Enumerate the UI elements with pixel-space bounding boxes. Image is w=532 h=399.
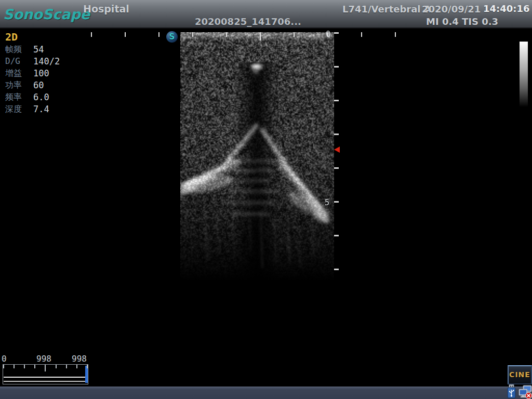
param-value: 60 (33, 80, 44, 90)
focus-marker-icon (334, 147, 340, 153)
ruler-tick (334, 235, 339, 236)
grayscale-map-bar (520, 42, 528, 107)
param-value: 54 (33, 44, 44, 55)
cine-tick (14, 365, 15, 368)
ruler-tick (361, 32, 362, 37)
depth-label-5: 5 (325, 198, 329, 207)
param-label: D/G (5, 56, 20, 66)
ruler-tick (226, 32, 227, 37)
system-date: 2020/09/21 (422, 4, 481, 15)
ruler-tick (334, 134, 339, 135)
exam-id: 20200825_141706... (195, 16, 301, 27)
ruler-tick (334, 201, 339, 203)
param-value: 140/2 (33, 56, 60, 66)
param-row-power: 功率 60 (0, 80, 88, 92)
cine-total-label: 998 (72, 354, 87, 364)
ruler-tick (125, 32, 126, 37)
cine-button[interactable]: CINE (508, 365, 532, 384)
ultrasound-image (180, 32, 334, 281)
hospital-name: Hospital (83, 3, 129, 15)
ruler-tick (334, 100, 339, 101)
param-label: 功率 (5, 80, 22, 91)
ruler-tick (158, 32, 159, 37)
ruler-tick (334, 32, 339, 34)
param-value: 7.4 (33, 104, 49, 114)
cine-scroll-bar[interactable] (3, 364, 88, 384)
probe-preset: L741/Vertebral A (342, 4, 431, 15)
ruler-tick (334, 167, 339, 169)
param-value: 100 (33, 68, 49, 78)
ruler-tick (192, 32, 193, 37)
brand-logo: SonoScape (3, 6, 90, 22)
param-label: 频率 (5, 92, 22, 103)
ruler-tick (260, 32, 261, 41)
param-row-gain: 增益 100 (0, 68, 88, 80)
system-time: 14:40:16 (483, 3, 530, 14)
depth-label-0: 0 (326, 30, 330, 39)
cine-tick (87, 365, 88, 368)
param-label: 深度 (5, 104, 22, 115)
param-row-frame-rate: 帧频 54 (0, 44, 88, 56)
probe-orientation-icon: S (166, 31, 178, 43)
acoustic-indices: MI 0.4 TIS 0.3 (426, 16, 498, 27)
param-row-frequency: 频率 6.0 (0, 92, 88, 104)
param-value: 6.0 (33, 92, 49, 102)
ruler-tick (91, 32, 92, 37)
imaging-mode-label: 2D (5, 31, 18, 43)
cine-tick (34, 365, 35, 368)
usb-icon[interactable] (506, 384, 517, 398)
ruler-tick (334, 269, 339, 270)
cine-tick (56, 365, 57, 368)
param-label: 增益 (5, 68, 22, 79)
cine-current-label: 998 (36, 354, 51, 364)
cine-track[interactable] (4, 377, 87, 382)
network-disconnected-icon[interactable] (518, 385, 532, 399)
param-label: 帧频 (5, 44, 22, 55)
ruler-tick (395, 32, 396, 37)
ruler-tick (294, 32, 295, 37)
ruler-tick (334, 66, 339, 68)
cine-tick (24, 365, 25, 368)
cine-tick (66, 365, 67, 368)
param-row-depth: 深度 7.4 (0, 104, 88, 116)
cine-start-label: 0 (2, 354, 7, 364)
cine-tick (76, 365, 77, 368)
cine-tick (3, 365, 4, 368)
title-bar: SonoScape Hospital 20200825_141706... L7… (0, 0, 532, 29)
cine-tick (45, 365, 46, 371)
param-row-dg: D/G 140/2 (0, 56, 88, 68)
taskbar (0, 387, 532, 399)
